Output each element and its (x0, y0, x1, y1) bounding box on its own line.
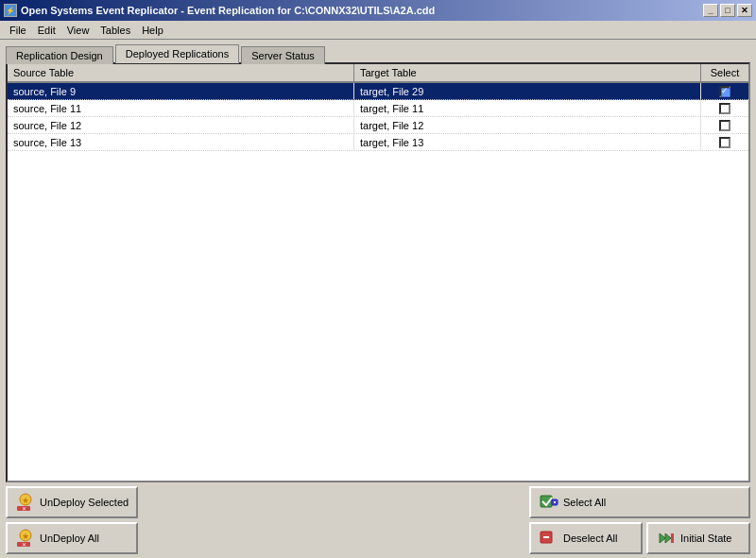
minimize-button[interactable]: _ (703, 4, 718, 17)
menu-bar: File Edit View Tables Help (0, 21, 756, 40)
initial-state-icon (656, 528, 677, 549)
tab-bar: Replication Design Deployed Replications… (6, 43, 750, 62)
deselect-all-button[interactable]: Deselect All (529, 522, 643, 554)
table-header: Source Table Target Table Select (8, 64, 748, 83)
select-cell[interactable] (701, 117, 748, 133)
svg-marker-16 (665, 533, 671, 543)
select-cell[interactable] (701, 100, 748, 116)
column-target-table: Target Table (354, 64, 701, 81)
menu-view[interactable]: View (61, 23, 95, 38)
tab-replication-design[interactable]: Replication Design (6, 46, 113, 64)
buttons-area: ★ ✕ UnDeploy Selected ★ ✕ UnDeploy (6, 486, 750, 554)
source-cell: source, File 11 (8, 100, 354, 116)
menu-help[interactable]: Help (136, 23, 169, 38)
deselect-all-icon (539, 528, 559, 549)
target-cell: target, File 12 (354, 117, 701, 133)
replication-table: Source Table Target Table Select source,… (6, 62, 750, 482)
target-cell: target, File 13 (354, 134, 701, 150)
svg-text:★: ★ (22, 532, 29, 541)
source-cell: source, File 13 (8, 134, 354, 150)
svg-text:★: ★ (22, 496, 29, 505)
table-row[interactable]: source, File 11 target, File 11 (8, 100, 748, 117)
undeploy-selected-icon: ★ ✕ (15, 492, 36, 513)
main-container: Replication Design Deployed Replications… (0, 40, 756, 558)
row-checkbox[interactable] (719, 103, 730, 114)
app-icon: ⚡ (4, 4, 17, 17)
bottom-right-buttons: Deselect All Initial State (529, 522, 750, 554)
source-cell: source, File 9 (8, 83, 354, 99)
table-row[interactable]: source, File 12 target, File 12 (8, 117, 748, 134)
menu-edit[interactable]: Edit (32, 23, 61, 38)
undeploy-selected-button[interactable]: ★ ✕ UnDeploy Selected (6, 486, 138, 518)
select-all-button[interactable]: Select All (529, 486, 750, 518)
row-checkbox[interactable] (719, 86, 730, 97)
left-button-group: ★ ✕ UnDeploy Selected ★ ✕ UnDeploy (6, 486, 138, 554)
svg-rect-17 (671, 533, 674, 543)
column-select: Select (701, 64, 748, 81)
row-checkbox[interactable] (719, 137, 730, 148)
menu-tables[interactable]: Tables (94, 23, 136, 38)
initial-state-button[interactable]: Initial State (646, 522, 750, 554)
undeploy-all-icon: ★ ✕ (15, 528, 36, 549)
table-row[interactable]: source, File 13 target, File 13 (8, 134, 748, 151)
select-cell[interactable] (701, 83, 748, 99)
row-checkbox[interactable] (719, 120, 730, 131)
svg-text:✕: ✕ (22, 506, 26, 512)
svg-marker-15 (660, 533, 665, 543)
menu-file[interactable]: File (4, 23, 32, 38)
target-cell: target, File 29 (354, 83, 701, 99)
title-bar-text: ⚡ Open Systems Event Replicator - Event … (4, 4, 435, 17)
tab-deployed-replications[interactable]: Deployed Replications (115, 44, 239, 63)
undeploy-all-button[interactable]: ★ ✕ UnDeploy All (6, 522, 138, 554)
maximize-button[interactable]: □ (720, 4, 735, 17)
table-row[interactable]: source, File 9 target, File 29 (8, 83, 748, 100)
svg-text:✕: ✕ (22, 542, 26, 548)
tab-server-status[interactable]: Server Status (241, 46, 325, 64)
right-button-group: Select All Deselect All (529, 486, 750, 554)
svg-rect-0 (721, 88, 730, 97)
title-bar-controls: _ □ ✕ (703, 4, 752, 17)
table-body: source, File 9 target, File 29 source, F… (8, 83, 748, 481)
select-all-icon (539, 492, 559, 513)
column-source-table: Source Table (8, 64, 354, 81)
close-button[interactable]: ✕ (737, 4, 752, 17)
source-cell: source, File 12 (8, 117, 354, 133)
target-cell: target, File 11 (354, 100, 701, 116)
select-cell[interactable] (701, 134, 748, 150)
title-bar: ⚡ Open Systems Event Replicator - Event … (0, 0, 756, 21)
